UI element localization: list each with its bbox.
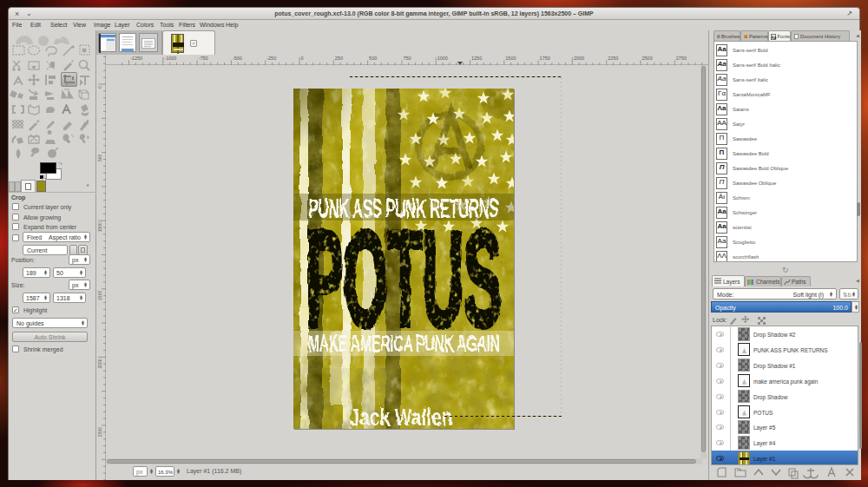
svg-text:250: 250 [335,56,343,61]
svg-text:-1250: -1250 [130,56,142,61]
svg-text:2750: 2750 [676,56,687,61]
svg-text:-250: -250 [266,56,276,61]
svg-text:2000: 2000 [574,56,584,61]
svg-text:2500: 2500 [642,56,653,61]
svg-text:750: 750 [403,56,411,61]
svg-text:0: 0 [301,56,304,61]
svg-text:0: 0 [97,86,102,89]
svg-text:Jack Wallen: Jack Wallen [350,404,453,429]
svg-text:MAKE AMERICA PUNK AGAIN: MAKE AMERICA PUNK AGAIN [308,331,500,357]
svg-text:1750: 1750 [540,56,550,61]
svg-text:1000: 1000 [97,222,102,232]
svg-text:2000: 2000 [97,359,102,368]
svg-text:-750: -750 [199,56,208,61]
svg-text:1500: 1500 [97,291,102,300]
svg-text:2500: 2500 [97,427,102,437]
svg-text:1000: 1000 [437,56,448,61]
svg-text:-1000: -1000 [164,56,176,61]
svg-text:2250: 2250 [608,56,618,61]
svg-text:1250: 1250 [471,56,482,61]
svg-text:1500: 1500 [505,56,516,61]
svg-text:-500: -500 [233,56,242,61]
svg-text:500: 500 [369,56,377,61]
svg-text:500: 500 [97,154,102,161]
